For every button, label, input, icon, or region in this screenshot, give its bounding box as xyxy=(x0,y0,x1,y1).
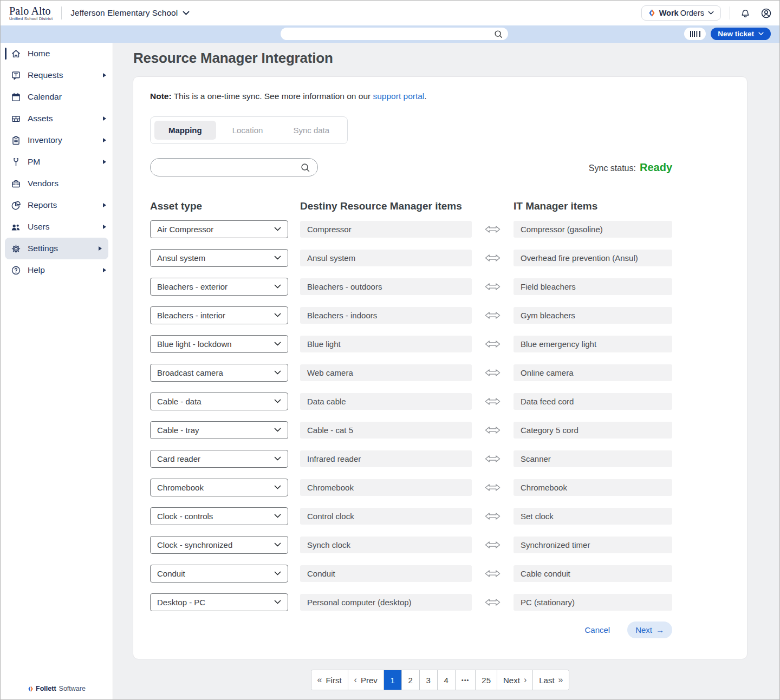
two-way-arrow-icon xyxy=(484,397,501,406)
school-name: Jefferson Elementary School xyxy=(70,8,178,18)
chevron-down-icon xyxy=(758,32,764,36)
sync-status-label: Sync status: xyxy=(589,163,636,173)
support-portal-link[interactable]: support portal xyxy=(373,91,425,101)
global-search-input[interactable] xyxy=(281,30,494,38)
pagination-page-1[interactable]: 1 xyxy=(384,670,402,690)
mapping-row: Chromebook Chromebook Chromebook xyxy=(150,479,672,496)
two-way-arrow-icon xyxy=(484,225,501,234)
next-button[interactable]: Next → xyxy=(627,622,672,638)
it-manager-item: Online camera xyxy=(514,364,672,381)
pagination-prev[interactable]: ‹Prev xyxy=(348,670,384,690)
mapping-row: Bleachers - exterior Bleachers - outdoor… xyxy=(150,278,672,296)
asset-type-select[interactable]: Air Compressor xyxy=(150,220,288,238)
asset-type-select[interactable]: Cable - data xyxy=(150,392,288,410)
chevron-down-icon xyxy=(708,11,714,15)
sidebar-item-pm[interactable]: PM xyxy=(1,151,113,173)
chevron-right-icon xyxy=(103,268,106,272)
two-way-arrow-icon xyxy=(484,454,501,463)
follett-software-logo: FollettSoftware xyxy=(1,685,113,692)
sidebar-item-reports[interactable]: Reports xyxy=(1,194,113,216)
tab-mapping[interactable]: Mapping xyxy=(154,121,216,140)
new-ticket-button[interactable]: New ticket xyxy=(711,28,771,40)
sidebar-item-label: Vendors xyxy=(28,179,106,188)
it-manager-item: Set clock xyxy=(514,508,672,525)
destiny-item: Bleachers - outdoors xyxy=(300,278,472,295)
pagination-page-2[interactable]: 2 xyxy=(402,670,420,690)
account-button[interactable] xyxy=(760,8,772,19)
tab-sync-data[interactable]: Sync data xyxy=(279,121,343,140)
sidebar-item-label: Inventory xyxy=(28,135,103,145)
chevron-down-icon xyxy=(274,399,281,404)
asset-type-select[interactable]: Clock - synchronized xyxy=(150,536,288,554)
asset-type-select[interactable]: Bleachers - interior xyxy=(150,306,288,324)
pagination-page-25[interactable]: 25 xyxy=(476,670,497,690)
destiny-item: Blue light xyxy=(300,336,472,352)
district-subtitle: Unified School District xyxy=(9,17,53,21)
tab-location[interactable]: Location xyxy=(218,121,277,140)
asset-type-select[interactable]: Broadcast camera xyxy=(150,364,288,382)
asset-type-select[interactable]: Clock - controls xyxy=(150,507,288,525)
work-orders-button[interactable]: WorkOrders xyxy=(641,5,721,21)
integration-card: Note: This is a one-time sync. See more … xyxy=(133,76,748,659)
note-text: Note: This is a one-time sync. See more … xyxy=(150,91,731,101)
two-way-arrow-icon xyxy=(484,426,501,435)
asset-type-select[interactable]: Conduit xyxy=(150,565,288,583)
asset-type-select[interactable]: Card reader xyxy=(150,450,288,468)
it-manager-item: Field bleachers xyxy=(514,278,672,295)
sidebar-item-settings[interactable]: Settings xyxy=(5,238,108,259)
pagination-page-3[interactable]: 3 xyxy=(420,670,438,690)
sidebar-item-vendors[interactable]: Vendors xyxy=(1,173,113,194)
asset-type-select[interactable]: Bleachers - exterior xyxy=(150,278,288,296)
sidebar-item-requests[interactable]: Requests xyxy=(1,64,113,86)
two-way-arrow-icon xyxy=(484,569,501,578)
two-way-arrow-icon xyxy=(484,483,501,492)
chevron-down-icon xyxy=(274,428,281,433)
sync-status: Sync status: Ready xyxy=(589,161,672,174)
it-manager-item: Data feed cord xyxy=(514,393,672,410)
notifications-button[interactable] xyxy=(740,8,751,18)
destiny-item: Personal computer (desktop) xyxy=(300,594,472,611)
mapping-search-input[interactable] xyxy=(151,163,301,172)
pagination-page-4[interactable]: 4 xyxy=(438,670,456,690)
bell-icon xyxy=(740,8,751,18)
mapping-row: Cable - tray Cable - cat 5 Category 5 co… xyxy=(150,421,672,439)
chevron-right-icon xyxy=(103,203,106,207)
pagination-ellipsis: ••• xyxy=(456,670,476,690)
chevron-right-icon xyxy=(103,138,106,142)
sidebar-item-assets[interactable]: Assets xyxy=(1,108,113,129)
chevron-down-icon xyxy=(274,456,281,461)
pagination-next[interactable]: Next› xyxy=(497,670,533,690)
note-bold: Note: xyxy=(150,91,172,101)
cancel-button[interactable]: Cancel xyxy=(581,625,613,635)
it-manager-item: Category 5 cord xyxy=(514,422,672,439)
two-way-arrow-icon xyxy=(484,339,501,349)
asset-type-select[interactable]: Cable - tray xyxy=(150,421,288,439)
it-manager-item: Gym bleachers xyxy=(514,307,672,324)
pagination-last[interactable]: Last» xyxy=(533,670,569,690)
destiny-item: Conduit xyxy=(300,565,472,582)
chevron-down-icon xyxy=(274,284,281,289)
follett-brand-rest: Software xyxy=(59,685,86,692)
sidebar-item-users[interactable]: Users xyxy=(1,216,113,238)
school-selector[interactable]: Jefferson Elementary School xyxy=(70,8,190,18)
pagination-first[interactable]: «First xyxy=(311,670,348,690)
sidebar-item-calendar[interactable]: Calendar xyxy=(1,86,113,108)
asset-type-select[interactable]: Desktop - PC xyxy=(150,593,288,611)
chevron-down-icon xyxy=(274,313,281,318)
sidebar-item-label: Assets xyxy=(28,114,103,123)
sidebar-item-label: Settings xyxy=(28,244,99,253)
two-way-arrow-icon xyxy=(484,512,501,521)
mapping-row: Blue light - lockdown Blue light Blue em… xyxy=(150,335,672,353)
asset-type-select[interactable]: Chromebook xyxy=(150,479,288,496)
mapping-row: Bleachers - interior Bleachers - indoors… xyxy=(150,306,672,324)
barcode-scan-button[interactable] xyxy=(684,28,706,40)
destiny-item: Infrared reader xyxy=(300,450,472,467)
sidebar-item-home[interactable]: Home xyxy=(1,43,113,64)
search-icon xyxy=(494,30,503,38)
pagination: «First ‹Prev 1 2 3 4 ••• 25 Next› Last» xyxy=(311,670,570,690)
asset-type-select[interactable]: Ansul system xyxy=(150,249,288,267)
two-way-arrow-icon xyxy=(484,311,501,320)
sidebar-item-inventory[interactable]: Inventory xyxy=(1,129,113,151)
asset-type-select[interactable]: Blue light - lockdown xyxy=(150,335,288,353)
sidebar-item-help[interactable]: Help xyxy=(1,259,113,281)
